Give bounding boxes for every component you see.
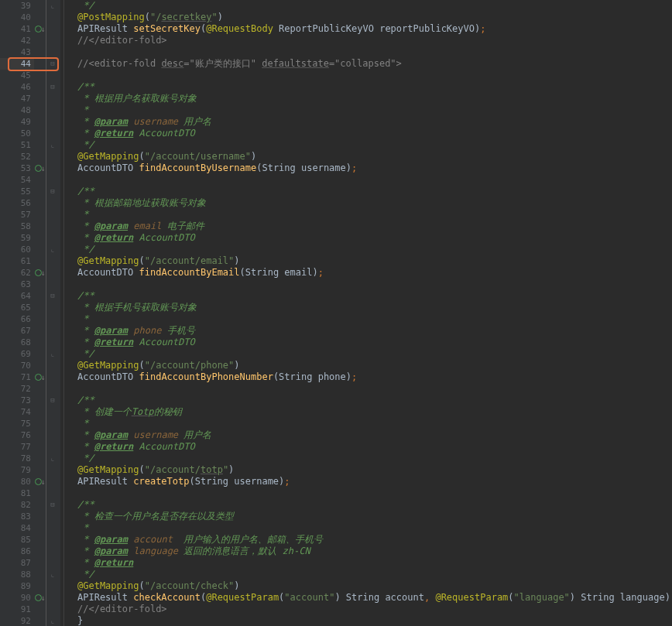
code-line[interactable]	[60, 487, 672, 499]
line-number[interactable]: 72	[0, 383, 34, 395]
code-line[interactable]: * @param username 用户名	[60, 429, 672, 441]
fold-start-icon[interactable]: ⊟	[48, 395, 57, 406]
line-number[interactable]: 53	[0, 162, 34, 174]
line-number[interactable]: 67	[0, 325, 34, 337]
line-number[interactable]: 58	[0, 221, 34, 232]
code-line[interactable]: @GetMapping("/account/check")	[60, 580, 672, 592]
code-line[interactable]: //<editor-fold desc="账户类的接口" defaultstat…	[60, 58, 672, 70]
code-line[interactable]: /**	[60, 290, 672, 302]
code-line[interactable]: */	[60, 348, 672, 360]
line-number[interactable]: 86	[0, 546, 34, 557]
line-number[interactable]: 90	[0, 592, 34, 604]
code-line[interactable]: APIResult setSecretKey(@RequestBody Repo…	[60, 23, 672, 35]
code-line[interactable]	[60, 279, 672, 290]
fold-start-icon[interactable]: ⊟	[48, 499, 57, 511]
code-line[interactable]: * @return AccountDTO	[60, 128, 672, 139]
code-line[interactable]: * @param email 电子邮件	[60, 221, 672, 232]
code-line[interactable]	[60, 70, 672, 81]
line-number[interactable]: 52	[0, 151, 34, 162]
code-line[interactable]: @GetMapping("/account/username")	[60, 151, 672, 162]
line-number[interactable]: 91	[0, 604, 34, 615]
line-number[interactable]: 50	[0, 128, 34, 139]
line-number[interactable]: 63	[0, 279, 34, 290]
code-line[interactable]: APIResult checkAccount(@RequestParam("ac…	[60, 592, 672, 604]
code-line[interactable]: * @param language 返回的消息语言，默认 zh-CN	[60, 546, 672, 557]
code-line[interactable]: AccountDTO findAccountByUsername(String …	[60, 162, 672, 174]
fold-end-icon[interactable]: ⌞	[48, 0, 57, 12]
code-line[interactable]: @GetMapping("/account/phone")	[60, 360, 672, 371]
line-number[interactable]: 66	[0, 313, 34, 325]
line-number[interactable]: 75	[0, 418, 34, 429]
code-line[interactable]: AccountDTO findAccountByPhoneNumber(Stri…	[60, 371, 672, 383]
line-number[interactable]: 69	[0, 348, 34, 360]
line-number[interactable]: 39	[0, 0, 34, 12]
line-number[interactable]: 65	[0, 302, 34, 313]
code-line[interactable]: */	[60, 244, 672, 255]
line-number[interactable]: 84	[0, 522, 34, 534]
line-number[interactable]: 46	[0, 81, 34, 93]
fold-end-icon[interactable]: ⌞	[48, 348, 57, 360]
line-number[interactable]: 79	[0, 464, 34, 476]
code-line[interactable]: *	[60, 209, 672, 221]
code-line[interactable]: @PostMapping("/secretkey")	[60, 12, 672, 23]
line-number[interactable]: 57	[0, 209, 34, 221]
line-number[interactable]: 60	[0, 244, 34, 255]
line-number[interactable]: 81	[0, 487, 34, 499]
code-line[interactable]: /**	[60, 81, 672, 93]
code-line[interactable]: */	[60, 0, 672, 12]
code-line[interactable]: * @return AccountDTO	[60, 232, 672, 244]
code-line[interactable]: /**	[60, 186, 672, 197]
line-number[interactable]: 74	[0, 406, 34, 418]
line-number[interactable]: 68	[0, 337, 34, 348]
fold-start-icon[interactable]: ⊟	[48, 290, 57, 302]
line-number[interactable]: 44	[0, 58, 34, 70]
code-line[interactable]: */	[60, 569, 672, 580]
code-line[interactable]: //</editor-fold>	[60, 35, 672, 46]
line-number[interactable]: 70	[0, 360, 34, 371]
code-line[interactable]: @GetMapping("/account/totp")	[60, 464, 672, 476]
line-number[interactable]: 92	[0, 615, 34, 626]
code-line[interactable]: */	[60, 139, 672, 151]
code-line[interactable]: * @return AccountDTO	[60, 337, 672, 348]
line-number[interactable]: 43	[0, 46, 34, 58]
code-line[interactable]: * 检查一个用户名是否存在以及类型	[60, 511, 672, 522]
code-line[interactable]: *	[60, 313, 672, 325]
code-line[interactable]: @GetMapping("/account/email")	[60, 255, 672, 267]
fold-start-icon[interactable]: ⊟	[48, 186, 57, 197]
code-line[interactable]	[60, 383, 672, 395]
line-number[interactable]: 88	[0, 569, 34, 580]
code-line[interactable]: */	[60, 453, 672, 464]
code-line[interactable]	[60, 46, 672, 58]
code-line[interactable]: * 根据手机号获取账号对象	[60, 302, 672, 313]
line-number[interactable]: 85	[0, 534, 34, 546]
line-number[interactable]: 76	[0, 429, 34, 441]
implement-method-icon[interactable]: ↓	[34, 592, 46, 604]
line-number[interactable]: 49	[0, 116, 34, 128]
code-line[interactable]: }	[60, 615, 672, 626]
line-number[interactable]: 45	[0, 70, 34, 81]
fold-end-icon[interactable]: ⌞	[48, 569, 57, 580]
line-number[interactable]: 48	[0, 104, 34, 116]
line-number[interactable]: 89	[0, 580, 34, 592]
code-line[interactable]: *	[60, 522, 672, 534]
code-line[interactable]: /**	[60, 395, 672, 406]
code-line[interactable]	[60, 174, 672, 186]
code-line[interactable]: * @param phone 手机号	[60, 325, 672, 337]
line-number[interactable]: 41	[0, 23, 34, 35]
line-number[interactable]: 64	[0, 290, 34, 302]
line-number[interactable]: 54	[0, 174, 34, 186]
fold-end-icon[interactable]: ⌞	[48, 139, 57, 151]
line-number[interactable]: 71	[0, 371, 34, 383]
line-number[interactable]: 59	[0, 232, 34, 244]
code-line[interactable]: * @return	[60, 557, 672, 569]
code-line[interactable]: /**	[60, 499, 672, 511]
line-number[interactable]: 47	[0, 93, 34, 104]
line-number[interactable]: 80	[0, 476, 34, 487]
line-number[interactable]: 40	[0, 12, 34, 23]
fold-end-icon[interactable]: ⌞	[48, 244, 57, 255]
implement-method-icon[interactable]: ↓	[34, 476, 46, 487]
fold-end-icon[interactable]: ⌞	[48, 615, 57, 626]
line-number[interactable]: 62	[0, 267, 34, 279]
line-number[interactable]: 42	[0, 35, 34, 46]
code-line[interactable]: //</editor-fold>	[60, 604, 672, 615]
